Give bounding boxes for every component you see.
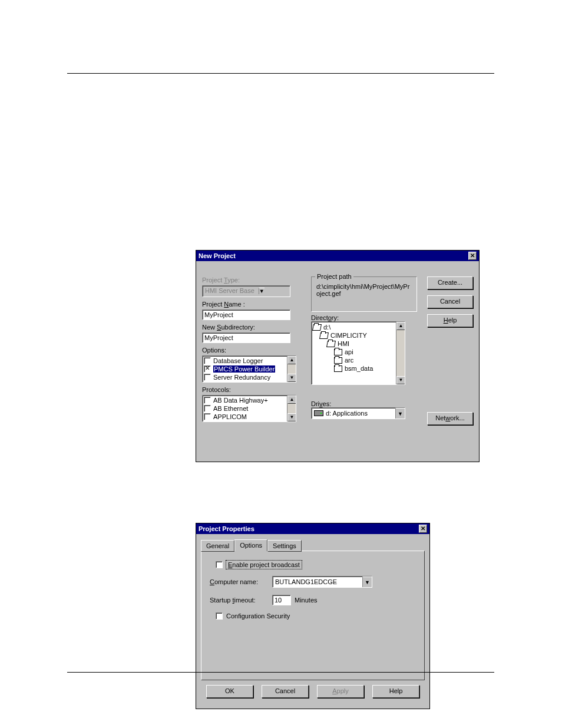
folder-closed-icon [334, 365, 342, 372]
directory-label: Directory: [311, 314, 417, 321]
new-project-dialog: New Project ✕ Project Type: HMI Server B… [196, 250, 480, 462]
tree-node[interactable]: arc [345, 357, 353, 364]
computer-name-value: BUTLANDG1EDCGE [273, 578, 362, 585]
checkbox-icon[interactable] [204, 405, 211, 412]
project-path-label: Project path [315, 273, 353, 280]
project-type-value: HMI Server Base [203, 287, 257, 294]
config-security-checkbox[interactable] [216, 612, 223, 620]
project-path-group: Project path d:\cimplicity\hmi\MyProject… [311, 276, 417, 312]
tab-settings[interactable]: Settings [267, 540, 302, 552]
scroll-down-icon[interactable]: ▼ [287, 413, 296, 421]
titlebar: Project Properties ✕ [196, 523, 429, 534]
folder-open-icon [319, 332, 329, 339]
protocols-listbox[interactable]: AB Data Highway+ AB Ethernet APPLICOM ▲ … [202, 395, 296, 422]
option-item: PMCS Power Builder [213, 365, 275, 373]
close-icon[interactable]: ✕ [419, 525, 427, 533]
checkbox-icon[interactable] [204, 374, 211, 381]
protocol-item: APPLICOM [213, 413, 247, 420]
startup-timeout-unit: Minutes [295, 597, 318, 604]
checkbox-icon[interactable] [204, 413, 211, 420]
folder-closed-icon [334, 357, 342, 364]
tree-node[interactable]: d:\ [323, 324, 330, 331]
folder-open-icon [326, 341, 336, 347]
project-properties-dialog: Project Properties ✕ General Options Set… [196, 523, 430, 709]
tab-strip: General Options Settings [201, 539, 425, 551]
tree-node[interactable]: CIMPLICITY [330, 332, 367, 339]
project-path-value: d:\cimplicity\hmi\MyProject\MyProject.ge… [316, 283, 412, 297]
scroll-up-icon[interactable]: ▲ [287, 356, 296, 364]
protocol-item: AB Ethernet [213, 405, 248, 412]
scrollbar[interactable]: ▲ ▼ [287, 396, 296, 421]
enable-broadcast-label: Enable project broadcast [226, 561, 302, 569]
scrollbar[interactable]: ▲ ▼ [396, 322, 405, 384]
options-label: Options: [202, 347, 302, 354]
scroll-down-icon[interactable]: ▼ [396, 376, 405, 384]
drives-label: Drives: [311, 400, 417, 407]
scroll-up-icon[interactable]: ▲ [396, 322, 405, 330]
startup-timeout-input[interactable] [272, 595, 291, 605]
scroll-down-icon[interactable]: ▼ [287, 374, 296, 382]
checkbox-icon[interactable] [204, 365, 211, 373]
cancel-button[interactable]: Cancel [262, 685, 309, 698]
ok-button[interactable]: OK [206, 685, 253, 698]
project-name-label: Project Name : [202, 301, 302, 308]
tab-page-options: Enable project broadcast Computer name: … [201, 551, 425, 680]
apply-button[interactable]: Apply [317, 685, 364, 698]
page-rule-bottom [67, 672, 494, 673]
startup-timeout-label: Startup timeout: [210, 597, 269, 604]
option-item: Database Logger [213, 357, 263, 364]
checkbox-icon[interactable] [204, 397, 211, 404]
scrollbar[interactable]: ▲ ▼ [287, 356, 296, 382]
create-button[interactable]: Create... [427, 276, 473, 289]
drives-value: d: Applications [326, 410, 368, 417]
cancel-button[interactable]: Cancel [427, 295, 473, 308]
tab-general[interactable]: General [201, 540, 234, 552]
dialog-title: Project Properties [199, 525, 254, 532]
new-subdir-input[interactable] [202, 332, 290, 343]
project-type-combo: HMI Server Base ▼ [202, 285, 290, 297]
config-security-label: Configuration Security [226, 612, 290, 620]
page-rule-top [67, 73, 494, 74]
protocols-label: Protocols: [202, 386, 302, 393]
scroll-up-icon[interactable]: ▲ [287, 396, 296, 404]
titlebar: New Project ✕ [196, 251, 479, 261]
help-button[interactable]: Help [427, 314, 473, 327]
enable-broadcast-checkbox[interactable] [216, 561, 223, 568]
help-button[interactable]: Help [372, 685, 419, 698]
tree-node[interactable]: bsm_data [345, 365, 373, 372]
network-button[interactable]: Network... [427, 412, 473, 425]
new-subdir-label: New Subdirectory: [202, 324, 302, 331]
drives-combo[interactable]: d: Applications ▼ [311, 407, 405, 419]
computer-name-combo[interactable]: BUTLANDG1EDCGE ▼ [272, 576, 372, 588]
close-icon[interactable]: ✕ [468, 252, 477, 260]
project-name-input[interactable] [202, 309, 290, 320]
tree-node[interactable]: api [345, 348, 353, 355]
options-listbox[interactable]: Database Logger PMCS Power Builder Serve… [202, 355, 296, 383]
computer-name-label: Computer name: [210, 578, 269, 585]
project-type-label: Project Type: [202, 276, 302, 284]
chevron-down-icon: ▼ [259, 288, 265, 294]
tree-node[interactable]: HMI [338, 340, 349, 347]
directory-tree[interactable]: d:\ CIMPLICITY HMI api arc bsm_data ▲ ▼ [311, 321, 405, 385]
option-item: Server Redundancy [213, 374, 270, 381]
dialog-title: New Project [199, 252, 236, 259]
drive-icon [314, 410, 323, 416]
folder-open-icon [312, 324, 322, 331]
folder-closed-icon [334, 349, 342, 355]
chevron-down-icon[interactable]: ▼ [362, 577, 372, 587]
tab-options[interactable]: Options [234, 539, 267, 551]
chevron-down-icon[interactable]: ▼ [395, 408, 405, 419]
protocol-item: AB Data Highway+ [213, 397, 268, 404]
checkbox-icon[interactable] [204, 357, 211, 364]
